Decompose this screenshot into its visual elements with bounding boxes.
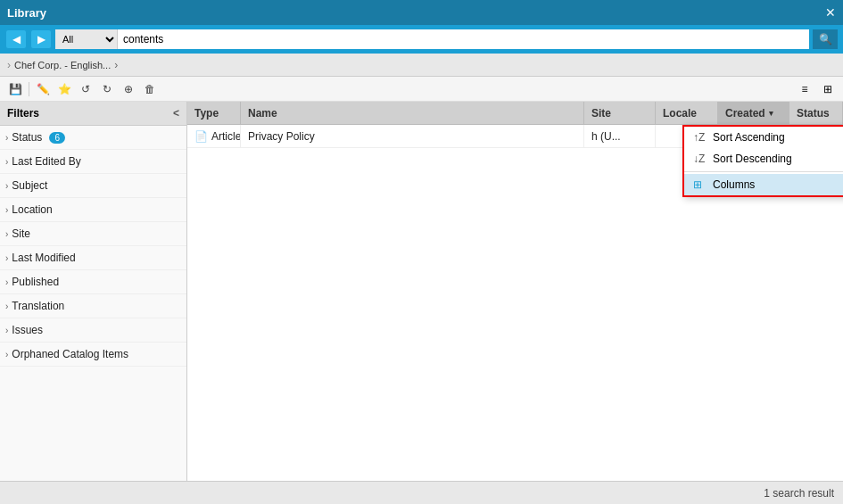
col-status-label: Status (797, 107, 830, 120)
edit-button[interactable]: ✏️ (33, 80, 53, 98)
sort-descending-icon: ↓Z (693, 153, 707, 165)
col-type-label: Type (194, 107, 219, 120)
table-header: Type Name Site Locale Created ▾ Status (187, 102, 843, 125)
filter-translation-label: Translation (12, 300, 64, 312)
status-text: 1 search result (764, 487, 834, 500)
menu-separator (684, 171, 843, 172)
undo-button[interactable]: ↺ (76, 80, 95, 98)
filter-location-label: Location (12, 203, 52, 216)
chevron-right-icon: › (5, 253, 8, 263)
list-view-button[interactable]: ≡ (795, 80, 814, 98)
cell-name-text: Privacy Policy (248, 130, 315, 143)
chevron-right-icon: › (5, 350, 8, 359)
filter-issues-label: Issues (12, 324, 43, 336)
search-button[interactable]: 🔍 (813, 29, 838, 49)
star-button[interactable]: ⭐ (54, 80, 74, 98)
scope-select[interactable]: All (55, 29, 118, 49)
menu-sort-descending-label: Sort Descending (713, 153, 792, 165)
save-button[interactable]: 💾 (5, 80, 25, 98)
cell-name: Privacy Policy (241, 125, 584, 147)
chevron-right-icon: › (5, 181, 8, 191)
breadcrumb: › Chef Corp. - English... › (0, 54, 843, 77)
search-input[interactable] (118, 29, 809, 49)
filter-last-modified[interactable]: › Last Modified (0, 246, 186, 270)
filter-issues[interactable]: › Issues (0, 318, 186, 343)
chevron-right-icon: › (5, 302, 8, 311)
col-header-name[interactable]: Name (241, 102, 584, 124)
filter-published[interactable]: › Published (0, 270, 186, 294)
col-created-dropdown-icon: ▾ (769, 109, 773, 118)
grid-view-icon: ⊞ (823, 83, 832, 95)
filter-last-modified-label: Last Modified (12, 252, 75, 264)
cell-type-text: Article (211, 130, 241, 143)
breadcrumb-sep: › (7, 59, 11, 71)
close-button[interactable]: ✕ (825, 5, 836, 20)
col-locale-label: Locale (663, 107, 697, 120)
cell-site-text: h (U... (591, 130, 621, 143)
back-button[interactable]: ◀ (5, 29, 27, 49)
content-area: Type Name Site Locale Created ▾ Status (187, 102, 843, 481)
main-area: Filters < › Status 6 › Last Edited By › … (0, 102, 843, 481)
cell-site: h (U... (584, 125, 656, 147)
filter-last-edited-by-label: Last Edited By (12, 155, 80, 168)
filter-subject[interactable]: › Subject (0, 174, 186, 198)
redo-button[interactable]: ↻ (97, 80, 117, 98)
chevron-right-icon: › (5, 229, 8, 239)
menu-sort-ascending-label: Sort Ascending (713, 131, 785, 144)
filter-translation[interactable]: › Translation (0, 294, 186, 318)
filters-label: Filters (7, 107, 39, 120)
col-header-site[interactable]: Site (584, 102, 656, 124)
chevron-right-icon: › (5, 133, 8, 143)
toolbar-separator (29, 82, 29, 96)
search-input-wrap: All (55, 29, 809, 49)
search-icon: 🔍 (819, 33, 832, 45)
filter-orphaned-label: Orphaned Catalog Items (12, 348, 128, 360)
col-header-type[interactable]: Type (187, 102, 241, 124)
forward-button[interactable]: ▶ (30, 29, 52, 49)
col-header-created[interactable]: Created ▾ (718, 102, 789, 124)
col-site-label: Site (591, 107, 611, 120)
chevron-right-icon: › (5, 205, 8, 215)
toolbar-left: 💾 ✏️ ⭐ ↺ ↻ ⊕ 🗑 (5, 80, 160, 98)
col-created-label: Created (725, 107, 765, 120)
cell-type: 📄 Article (187, 125, 241, 147)
breadcrumb-arrow: › (114, 59, 118, 71)
filter-last-edited-by[interactable]: › Last Edited By (0, 150, 186, 174)
menu-columns-label: Columns (713, 178, 755, 191)
filter-location[interactable]: › Location (0, 198, 186, 222)
filter-status-label: Status (12, 131, 42, 144)
col-header-status[interactable]: Status (789, 102, 843, 124)
list-view-icon: ≡ (801, 83, 807, 95)
status-bar: 1 search result (0, 481, 843, 504)
breadcrumb-item[interactable]: Chef Corp. - English... (14, 60, 111, 70)
menu-sort-ascending[interactable]: ↑Z Sort Ascending (684, 127, 843, 148)
toolbar-right: ≡ ⊞ (795, 80, 838, 98)
filter-status[interactable]: › Status 6 (0, 126, 186, 150)
filters-panel: Filters < › Status 6 › Last Edited By › … (0, 102, 187, 481)
filter-subject-label: Subject (12, 179, 47, 192)
filter-orphaned[interactable]: › Orphaned Catalog Items (0, 343, 186, 367)
window-title: Library (7, 6, 46, 20)
chevron-right-icon: › (5, 326, 8, 335)
collapse-filters-button[interactable]: < (173, 107, 179, 120)
chevron-right-icon: › (5, 157, 8, 167)
columns-icon: ⊞ (693, 178, 707, 191)
toolbar: 💾 ✏️ ⭐ ↺ ↻ ⊕ 🗑 ≡ ⊞ (0, 77, 843, 102)
add-button[interactable]: ⊕ (119, 80, 138, 98)
sort-ascending-icon: ↑Z (693, 131, 707, 144)
menu-columns[interactable]: ⊞ Columns › (684, 174, 843, 195)
context-menu: ↑Z Sort Ascending ↓Z Sort Descending ⊞ C… (682, 125, 843, 197)
delete-button[interactable]: 🗑 (140, 80, 160, 98)
menu-sort-descending[interactable]: ↓Z Sort Descending (684, 148, 843, 169)
search-bar: ◀ ▶ All 🔍 (0, 25, 843, 54)
article-icon: 📄 (194, 130, 208, 143)
col-name-label: Name (248, 107, 277, 120)
chevron-right-icon: › (5, 277, 8, 287)
filters-header: Filters < (0, 102, 186, 126)
filter-status-badge: 6 (49, 132, 65, 144)
filter-site[interactable]: › Site (0, 222, 186, 246)
filter-published-label: Published (12, 276, 59, 288)
title-bar: Library ✕ (0, 0, 843, 25)
col-header-locale[interactable]: Locale (656, 102, 718, 124)
grid-view-button[interactable]: ⊞ (818, 80, 838, 98)
